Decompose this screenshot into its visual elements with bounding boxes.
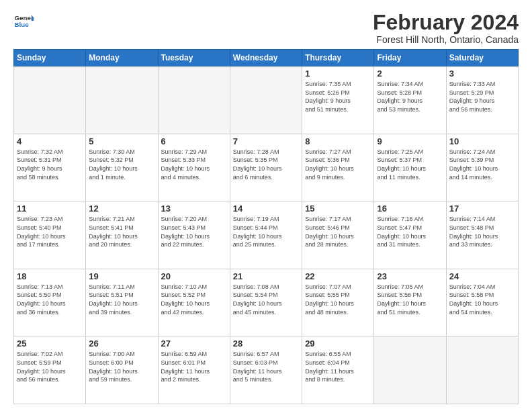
table-row: 23Sunrise: 7:05 AM Sunset: 5:56 PM Dayli…	[374, 269, 446, 336]
day-number: 7	[233, 136, 299, 146]
main-title: February 2024	[373, 11, 519, 34]
calendar-week-row: 1Sunrise: 7:35 AM Sunset: 5:26 PM Daylig…	[14, 66, 519, 134]
table-row: 10Sunrise: 7:24 AM Sunset: 5:39 PM Dayli…	[446, 134, 518, 201]
table-row: 8Sunrise: 7:27 AM Sunset: 5:36 PM Daylig…	[302, 134, 374, 201]
day-number: 4	[17, 136, 83, 146]
calendar-header-monday: Monday	[86, 50, 158, 66]
table-row	[446, 336, 518, 404]
day-info: Sunrise: 7:34 AM Sunset: 5:28 PM Dayligh…	[377, 80, 443, 113]
day-number: 8	[305, 136, 371, 146]
calendar-table: SundayMondayTuesdayWednesdayThursdayFrid…	[13, 49, 519, 404]
calendar-header-row: SundayMondayTuesdayWednesdayThursdayFrid…	[14, 50, 519, 66]
calendar-week-row: 25Sunrise: 7:02 AM Sunset: 5:59 PM Dayli…	[14, 336, 519, 404]
day-info: Sunrise: 7:07 AM Sunset: 5:55 PM Dayligh…	[305, 283, 371, 316]
svg-text:General: General	[15, 14, 34, 21]
calendar-week-row: 11Sunrise: 7:23 AM Sunset: 5:40 PM Dayli…	[14, 201, 519, 269]
day-info: Sunrise: 6:55 AM Sunset: 6:04 PM Dayligh…	[305, 350, 371, 383]
table-row: 28Sunrise: 6:57 AM Sunset: 6:03 PM Dayli…	[230, 336, 302, 404]
table-row	[14, 66, 86, 134]
day-number: 2	[377, 68, 443, 79]
day-number: 17	[449, 203, 515, 214]
table-row: 25Sunrise: 7:02 AM Sunset: 5:59 PM Dayli…	[14, 336, 86, 404]
svg-text:Blue: Blue	[15, 21, 30, 28]
table-row	[230, 66, 302, 134]
day-info: Sunrise: 7:29 AM Sunset: 5:33 PM Dayligh…	[161, 148, 227, 181]
table-row: 9Sunrise: 7:25 AM Sunset: 5:37 PM Daylig…	[374, 134, 446, 201]
table-row: 13Sunrise: 7:20 AM Sunset: 5:43 PM Dayli…	[158, 201, 230, 269]
calendar-header-sunday: Sunday	[14, 50, 86, 66]
day-number: 26	[89, 338, 154, 349]
table-row: 19Sunrise: 7:11 AM Sunset: 5:51 PM Dayli…	[86, 269, 158, 336]
table-row: 14Sunrise: 7:19 AM Sunset: 5:44 PM Dayli…	[230, 201, 302, 269]
day-info: Sunrise: 7:14 AM Sunset: 5:48 PM Dayligh…	[449, 215, 515, 248]
day-info: Sunrise: 7:16 AM Sunset: 5:47 PM Dayligh…	[377, 215, 443, 248]
table-row	[86, 66, 158, 134]
day-info: Sunrise: 7:24 AM Sunset: 5:39 PM Dayligh…	[449, 148, 515, 181]
header-area: General Blue February 2024 Forest Hill N…	[13, 11, 519, 45]
day-info: Sunrise: 7:20 AM Sunset: 5:43 PM Dayligh…	[161, 215, 227, 248]
generalblue-logo-icon: General Blue	[13, 11, 34, 31]
day-number: 24	[449, 271, 515, 281]
table-row: 29Sunrise: 6:55 AM Sunset: 6:04 PM Dayli…	[302, 336, 374, 404]
day-number: 12	[89, 203, 154, 214]
day-number: 20	[161, 271, 227, 281]
day-number: 13	[161, 203, 227, 214]
day-number: 19	[89, 271, 154, 281]
day-info: Sunrise: 7:19 AM Sunset: 5:44 PM Dayligh…	[233, 215, 299, 248]
day-info: Sunrise: 7:25 AM Sunset: 5:37 PM Dayligh…	[377, 148, 443, 181]
day-number: 10	[449, 136, 515, 146]
subtitle: Forest Hill North, Ontario, Canada	[373, 34, 519, 45]
day-number: 16	[377, 203, 443, 214]
day-number: 15	[305, 203, 371, 214]
day-number: 18	[17, 271, 83, 281]
day-number: 23	[377, 271, 443, 281]
calendar-header-saturday: Saturday	[446, 50, 518, 66]
table-row: 26Sunrise: 7:00 AM Sunset: 6:00 PM Dayli…	[86, 336, 158, 404]
table-row: 2Sunrise: 7:34 AM Sunset: 5:28 PM Daylig…	[374, 66, 446, 134]
day-number: 28	[233, 338, 299, 349]
table-row: 4Sunrise: 7:32 AM Sunset: 5:31 PM Daylig…	[14, 134, 86, 201]
calendar-week-row: 4Sunrise: 7:32 AM Sunset: 5:31 PM Daylig…	[14, 134, 519, 201]
day-number: 5	[89, 136, 154, 146]
table-row: 18Sunrise: 7:13 AM Sunset: 5:50 PM Dayli…	[14, 269, 86, 336]
table-row: 1Sunrise: 7:35 AM Sunset: 5:26 PM Daylig…	[302, 66, 374, 134]
table-row: 27Sunrise: 6:59 AM Sunset: 6:01 PM Dayli…	[158, 336, 230, 404]
day-info: Sunrise: 7:10 AM Sunset: 5:52 PM Dayligh…	[161, 283, 227, 316]
day-info: Sunrise: 7:17 AM Sunset: 5:46 PM Dayligh…	[305, 215, 371, 248]
table-row: 12Sunrise: 7:21 AM Sunset: 5:41 PM Dayli…	[86, 201, 158, 269]
table-row: 3Sunrise: 7:33 AM Sunset: 5:29 PM Daylig…	[446, 66, 518, 134]
table-row	[158, 66, 230, 134]
table-row	[374, 336, 446, 404]
day-number: 14	[233, 203, 299, 214]
day-number: 21	[233, 271, 299, 281]
table-row: 11Sunrise: 7:23 AM Sunset: 5:40 PM Dayli…	[14, 201, 86, 269]
table-row: 20Sunrise: 7:10 AM Sunset: 5:52 PM Dayli…	[158, 269, 230, 336]
day-number: 27	[161, 338, 227, 349]
day-info: Sunrise: 7:21 AM Sunset: 5:41 PM Dayligh…	[89, 215, 154, 248]
logo: General Blue	[13, 11, 34, 31]
calendar-header-thursday: Thursday	[302, 50, 374, 66]
day-number: 1	[305, 68, 371, 79]
day-info: Sunrise: 7:30 AM Sunset: 5:32 PM Dayligh…	[89, 148, 154, 181]
day-info: Sunrise: 7:11 AM Sunset: 5:51 PM Dayligh…	[89, 283, 154, 316]
table-row: 7Sunrise: 7:28 AM Sunset: 5:35 PM Daylig…	[230, 134, 302, 201]
table-row: 6Sunrise: 7:29 AM Sunset: 5:33 PM Daylig…	[158, 134, 230, 201]
table-row: 24Sunrise: 7:04 AM Sunset: 5:58 PM Dayli…	[446, 269, 518, 336]
title-area: February 2024 Forest Hill North, Ontario…	[373, 11, 519, 45]
day-info: Sunrise: 6:59 AM Sunset: 6:01 PM Dayligh…	[161, 350, 227, 383]
table-row: 17Sunrise: 7:14 AM Sunset: 5:48 PM Dayli…	[446, 201, 518, 269]
day-info: Sunrise: 7:33 AM Sunset: 5:29 PM Dayligh…	[449, 80, 515, 113]
calendar-header-tuesday: Tuesday	[158, 50, 230, 66]
day-info: Sunrise: 7:04 AM Sunset: 5:58 PM Dayligh…	[449, 283, 515, 316]
day-info: Sunrise: 7:00 AM Sunset: 6:00 PM Dayligh…	[89, 350, 154, 383]
table-row: 21Sunrise: 7:08 AM Sunset: 5:54 PM Dayli…	[230, 269, 302, 336]
page: General Blue February 2024 Forest Hill N…	[0, 0, 532, 411]
table-row: 5Sunrise: 7:30 AM Sunset: 5:32 PM Daylig…	[86, 134, 158, 201]
day-info: Sunrise: 7:27 AM Sunset: 5:36 PM Dayligh…	[305, 148, 371, 181]
day-number: 9	[377, 136, 443, 146]
day-number: 22	[305, 271, 371, 281]
day-number: 6	[161, 136, 227, 146]
day-number: 11	[17, 203, 83, 214]
table-row: 16Sunrise: 7:16 AM Sunset: 5:47 PM Dayli…	[374, 201, 446, 269]
calendar-week-row: 18Sunrise: 7:13 AM Sunset: 5:50 PM Dayli…	[14, 269, 519, 336]
